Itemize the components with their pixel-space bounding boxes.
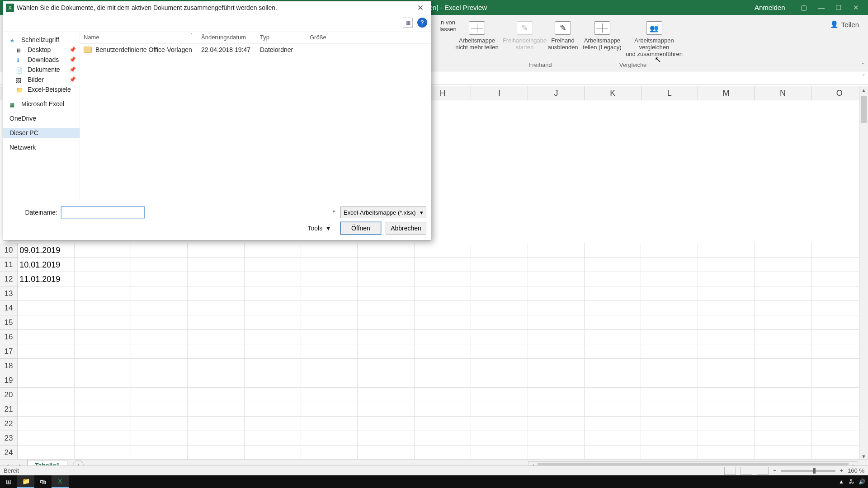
window-minimize-icon[interactable]: —	[814, 4, 829, 11]
file-row[interactable]: Benutzerdefinierte Office-Vorlagen22.04.…	[80, 44, 431, 56]
cell[interactable]	[358, 243, 414, 258]
cell[interactable]	[585, 301, 641, 315]
row-header[interactable]: 18	[0, 359, 18, 373]
cell[interactable]	[131, 417, 188, 431]
cell[interactable]	[301, 373, 358, 388]
formula-expand-icon[interactable]: ˅	[862, 73, 865, 80]
cell[interactable]	[528, 286, 585, 301]
cell[interactable]	[131, 330, 188, 344]
cell[interactable]	[75, 417, 131, 431]
cell[interactable]	[698, 258, 755, 272]
cell[interactable]	[528, 388, 585, 402]
cell[interactable]	[188, 373, 244, 388]
cell[interactable]	[358, 286, 414, 301]
cell[interactable]	[471, 344, 528, 359]
cell[interactable]	[585, 388, 641, 402]
cell[interactable]	[528, 272, 585, 286]
cell[interactable]	[415, 243, 471, 258]
col-type[interactable]: Typ	[256, 32, 306, 43]
cell[interactable]	[641, 243, 698, 258]
cell[interactable]	[131, 315, 188, 330]
cell[interactable]	[585, 431, 641, 446]
cell[interactable]	[755, 446, 811, 460]
cell[interactable]	[75, 388, 131, 402]
row-header[interactable]: 10	[0, 243, 18, 258]
dialog-title-bar[interactable]: X Wählen Sie die Dokumente, die mit dem …	[3, 1, 431, 14]
cell[interactable]	[131, 286, 188, 301]
cell[interactable]	[585, 446, 641, 460]
nav-downloads[interactable]: Downloads📌	[3, 55, 80, 65]
cell[interactable]	[698, 402, 755, 417]
cell[interactable]	[188, 301, 244, 315]
cell[interactable]	[698, 330, 755, 344]
cell[interactable]	[471, 431, 528, 446]
cell[interactable]	[75, 431, 131, 446]
tray-volume-icon[interactable]: 🔊	[859, 479, 865, 485]
cell[interactable]	[358, 330, 414, 344]
col-date[interactable]: Änderungsdatum	[198, 32, 256, 43]
filename-input[interactable]	[61, 206, 145, 218]
cell[interactable]	[755, 258, 811, 272]
cell[interactable]	[698, 272, 755, 286]
nav-desktop[interactable]: Desktop📌	[3, 45, 80, 55]
cell[interactable]	[18, 344, 74, 359]
window-maximize-icon[interactable]: ☐	[831, 4, 846, 12]
taskbar-store[interactable]: 🛍	[34, 475, 52, 488]
cell[interactable]	[415, 402, 471, 417]
cell[interactable]	[471, 286, 528, 301]
cell[interactable]	[245, 431, 301, 446]
cell[interactable]	[245, 417, 301, 431]
row-header[interactable]: 17	[0, 344, 18, 359]
column-header[interactable]: N	[755, 86, 811, 100]
taskbar-explorer[interactable]: 📁	[17, 475, 34, 488]
cell[interactable]	[471, 301, 528, 315]
cell[interactable]	[641, 330, 698, 344]
cell[interactable]	[528, 258, 585, 272]
cell[interactable]	[358, 373, 414, 388]
zoom-level[interactable]: 160 %	[848, 467, 864, 474]
vertical-scrollbar[interactable]: ▲ ▼	[859, 86, 868, 461]
cell[interactable]	[18, 373, 74, 388]
window-restore-icon[interactable]: ▢	[796, 4, 811, 12]
zoom-slider-knob[interactable]	[813, 468, 816, 474]
cell[interactable]	[188, 286, 244, 301]
cell[interactable]	[18, 431, 74, 446]
cell[interactable]	[75, 402, 131, 417]
cell[interactable]: 09.01.2019	[18, 243, 74, 258]
cell[interactable]	[641, 301, 698, 315]
cell[interactable]	[641, 417, 698, 431]
cell[interactable]	[18, 417, 74, 431]
cell[interactable]	[585, 344, 641, 359]
cell[interactable]	[755, 286, 811, 301]
row-header[interactable]: 13	[0, 286, 18, 301]
cell[interactable]	[75, 359, 131, 373]
cell[interactable]	[75, 301, 131, 315]
cell[interactable]	[301, 388, 358, 402]
cell[interactable]	[471, 330, 528, 344]
cell[interactable]	[698, 344, 755, 359]
cell[interactable]	[301, 258, 358, 272]
cell[interactable]	[131, 344, 188, 359]
cell[interactable]	[75, 243, 131, 258]
cell[interactable]	[188, 258, 244, 272]
cell[interactable]	[585, 417, 641, 431]
cell[interactable]	[301, 417, 358, 431]
nav-examples[interactable]: Excel-Beispiele	[3, 84, 80, 94]
cell[interactable]	[471, 359, 528, 373]
cell[interactable]	[755, 359, 811, 373]
view-pagebreak-button[interactable]	[757, 467, 769, 475]
cell[interactable]	[528, 315, 585, 330]
cell[interactable]	[755, 373, 811, 388]
col-size[interactable]: Größe	[306, 32, 342, 43]
cell[interactable]	[528, 330, 585, 344]
cell[interactable]	[415, 315, 471, 330]
cell[interactable]	[585, 330, 641, 344]
row-header[interactable]: 16	[0, 330, 18, 344]
cell[interactable]	[131, 446, 188, 460]
cell[interactable]	[755, 315, 811, 330]
cell[interactable]	[18, 330, 74, 344]
cell[interactable]	[245, 344, 301, 359]
cell[interactable]	[755, 388, 811, 402]
cell[interactable]	[528, 301, 585, 315]
cell[interactable]	[301, 330, 358, 344]
